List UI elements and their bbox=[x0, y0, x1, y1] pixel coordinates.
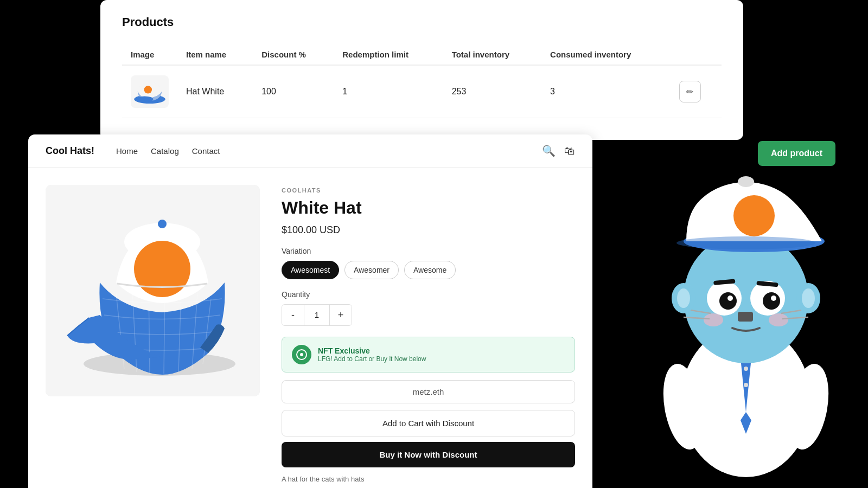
add-product-button[interactable]: Add product bbox=[758, 141, 835, 166]
nav-home[interactable]: Home bbox=[116, 146, 138, 156]
product-image-area bbox=[46, 185, 260, 483]
svg-point-3 bbox=[144, 86, 152, 93]
svg-point-43 bbox=[677, 288, 690, 308]
product-brand: COOLHATS bbox=[282, 187, 575, 194]
admin-title: Products bbox=[122, 15, 722, 29]
variation-awesomer[interactable]: Awesomer bbox=[344, 261, 399, 279]
nft-title: NFT Exclusive bbox=[318, 346, 426, 355]
redemption-cell: 1 bbox=[334, 65, 443, 118]
character-area bbox=[629, 119, 863, 488]
svg-rect-35 bbox=[738, 312, 753, 322]
svg-point-31 bbox=[727, 296, 733, 301]
item-name-cell: Hat White bbox=[177, 65, 253, 118]
wallet-address: metz.eth bbox=[282, 380, 575, 403]
product-thumbnail bbox=[131, 75, 169, 108]
quantity-label: Quantity bbox=[282, 290, 575, 299]
variation-awesomest[interactable]: Awesomest bbox=[282, 261, 339, 279]
quantity-decrease-button[interactable]: - bbox=[282, 305, 304, 325]
product-area: COOLHATS White Hat $100.00 USD Variation… bbox=[28, 168, 592, 488]
quantity-increase-button[interactable]: + bbox=[330, 305, 352, 325]
table-row: Hat White 100 1 253 3 ✏ bbox=[122, 65, 722, 118]
storefront-panel: Cool Hats! Home Catalog Contact 🔍 🛍 bbox=[28, 134, 592, 488]
nft-icon-dot bbox=[300, 353, 303, 356]
total-inventory-cell: 253 bbox=[443, 65, 541, 118]
nft-subtitle: LFG! Add to Cart or Buy it Now below bbox=[318, 355, 426, 363]
nav-catalog[interactable]: Catalog bbox=[151, 146, 179, 156]
nft-icon-inner bbox=[296, 349, 307, 360]
svg-point-16 bbox=[158, 220, 167, 228]
hat-thumbnail-svg bbox=[132, 78, 167, 106]
nft-banner: NFT Exclusive LFG! Add to Cart or Buy it… bbox=[282, 337, 575, 373]
svg-point-22 bbox=[684, 233, 808, 363]
product-main-image bbox=[46, 185, 260, 396]
variation-options: Awesomest Awesomer Awesome bbox=[282, 261, 575, 279]
search-icon[interactable]: 🔍 bbox=[542, 144, 556, 157]
svg-point-46 bbox=[744, 367, 748, 371]
col-discount: Discount % bbox=[253, 44, 334, 65]
store-nav: Cool Hats! Home Catalog Contact 🔍 🛍 bbox=[28, 134, 592, 168]
col-redemption: Redemption limit bbox=[334, 44, 443, 65]
variation-label: Variation bbox=[282, 247, 575, 255]
col-actions bbox=[671, 44, 722, 65]
svg-point-26 bbox=[676, 236, 815, 249]
col-total-inventory: Total inventory bbox=[443, 44, 541, 65]
nft-icon-circle bbox=[292, 345, 311, 364]
buy-now-button[interactable]: Buy it Now with Discount bbox=[282, 442, 575, 467]
product-name: White Hat bbox=[282, 198, 575, 218]
col-item-name: Item name bbox=[177, 44, 253, 65]
store-logo: Cool Hats! bbox=[46, 145, 94, 157]
character-svg bbox=[629, 119, 863, 488]
col-image: Image bbox=[122, 44, 177, 65]
svg-point-47 bbox=[744, 383, 748, 387]
product-image-cell bbox=[122, 65, 177, 118]
discount-cell: 100 bbox=[253, 65, 334, 118]
product-details: COOLHATS White Hat $100.00 USD Variation… bbox=[282, 185, 575, 483]
nav-contact[interactable]: Contact bbox=[192, 146, 220, 156]
svg-point-29 bbox=[719, 292, 737, 310]
svg-point-4 bbox=[136, 96, 153, 102]
svg-point-32 bbox=[771, 296, 776, 301]
svg-point-24 bbox=[738, 176, 754, 187]
action-cell: ✏ bbox=[671, 65, 722, 118]
variation-awesome[interactable]: Awesome bbox=[404, 261, 456, 279]
consumed-inventory-cell: 3 bbox=[541, 65, 671, 118]
product-hat-svg bbox=[46, 185, 260, 396]
products-table: Image Item name Discount % Redemption li… bbox=[122, 44, 722, 118]
store-nav-links: Home Catalog Contact bbox=[116, 146, 525, 156]
edit-button[interactable]: ✏ bbox=[679, 81, 701, 102]
col-consumed-inventory: Consumed inventory bbox=[541, 44, 671, 65]
add-to-cart-button[interactable]: Add to Cart with Discount bbox=[282, 410, 575, 436]
product-price: $100.00 USD bbox=[282, 224, 575, 236]
svg-point-36 bbox=[704, 313, 723, 326]
svg-point-15 bbox=[134, 241, 190, 297]
svg-point-30 bbox=[763, 292, 780, 310]
cart-icon[interactable]: 🛍 bbox=[564, 145, 575, 157]
store-nav-icons: 🔍 🛍 bbox=[542, 144, 575, 157]
svg-point-25 bbox=[733, 195, 775, 236]
svg-point-45 bbox=[802, 288, 815, 308]
quantity-control: - 1 + bbox=[282, 304, 352, 326]
svg-point-37 bbox=[769, 313, 788, 326]
product-description: A hat for the cats with hats bbox=[282, 475, 575, 483]
nft-text: NFT Exclusive LFG! Add to Cart or Buy it… bbox=[318, 346, 426, 363]
pencil-icon: ✏ bbox=[686, 87, 693, 97]
quantity-value: 1 bbox=[304, 305, 330, 325]
